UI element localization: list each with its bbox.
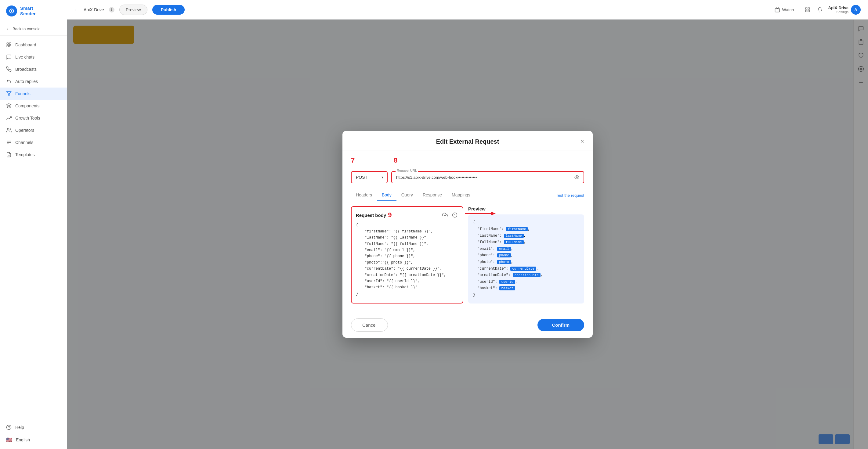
sidebar-item-funnels[interactable]: Funnels xyxy=(0,88,67,100)
svg-rect-14 xyxy=(808,8,809,9)
sidebar-bottom: Help 🇺🇸 English xyxy=(0,418,67,449)
method-select[interactable]: POST GET PUT DELETE xyxy=(351,171,388,183)
arrow-right-icon xyxy=(465,211,496,217)
svg-rect-15 xyxy=(805,10,807,11)
modal-footer: Cancel Confirm xyxy=(342,312,593,338)
sidebar-item-templates[interactable]: Templates xyxy=(0,149,67,161)
preview-section: Preview { "firstName": firstName, "lastN… xyxy=(468,206,584,303)
topbar-info-icon[interactable]: ℹ xyxy=(109,7,115,12)
step-8-label: 8 xyxy=(394,157,397,164)
app-name: Smart Sender xyxy=(20,5,36,17)
preview-button[interactable]: Preview xyxy=(119,5,147,15)
logo-icon xyxy=(6,5,17,17)
request-body-section: Request body 9 xyxy=(351,206,463,303)
tab-mappings[interactable]: Mappings xyxy=(447,189,475,201)
grid-icon[interactable] xyxy=(804,6,811,13)
svg-rect-2 xyxy=(7,43,8,44)
main-area: ← ApiX-Drive ℹ Preview Publish Watch Api… xyxy=(67,0,868,449)
content-area: Edit External Request × 7 8 xyxy=(67,20,868,449)
sidebar-item-language[interactable]: 🇺🇸 English xyxy=(0,434,67,446)
tab-query[interactable]: Query xyxy=(397,189,418,201)
svg-rect-12 xyxy=(775,8,780,12)
sidebar-item-live-chats[interactable]: Live chats xyxy=(0,51,67,63)
cancel-button[interactable]: Cancel xyxy=(351,318,388,331)
tabs-row: Headers Body Query Response Mappings Tes… xyxy=(351,189,584,201)
svg-rect-16 xyxy=(808,10,809,11)
svg-point-10 xyxy=(7,425,11,430)
step-7-label: 7 xyxy=(351,157,355,164)
watch-button[interactable]: Watch xyxy=(770,5,799,15)
url-field-wrap: Request URL xyxy=(391,171,584,183)
modal-header: Edit External Request × xyxy=(342,131,593,150)
sidebar: Smart Sender ← Back to console Dashboard… xyxy=(0,0,67,449)
svg-point-1 xyxy=(11,10,12,12)
back-arrow-icon: ← xyxy=(6,27,10,31)
request-body-title: Request body xyxy=(356,213,386,218)
publish-button[interactable]: Publish xyxy=(152,5,185,14)
back-icon: ← xyxy=(74,7,79,12)
modal-close-button[interactable]: × xyxy=(578,137,587,146)
sidebar-item-operators[interactable]: Operators xyxy=(0,124,67,136)
svg-point-21 xyxy=(576,177,578,178)
eye-icon[interactable] xyxy=(572,173,581,182)
preview-box: { "firstName": firstName, "lastName": la… xyxy=(468,215,584,303)
sidebar-item-auto-replies[interactable]: Auto replies xyxy=(0,75,67,88)
topbar-back[interactable]: ← xyxy=(74,7,79,12)
svg-marker-23 xyxy=(491,212,496,215)
sidebar-item-growth-tools[interactable]: Growth Tools xyxy=(0,112,67,124)
svg-marker-6 xyxy=(7,92,11,96)
body-preview-row: Request body 9 xyxy=(351,206,584,303)
url-input[interactable] xyxy=(392,172,572,183)
info-circle-icon[interactable] xyxy=(451,212,458,219)
upload-icon[interactable] xyxy=(441,212,448,219)
tab-response[interactable]: Response xyxy=(418,189,447,201)
sidebar-item-dashboard[interactable]: Dashboard xyxy=(0,39,67,51)
svg-rect-13 xyxy=(805,8,807,9)
svg-rect-5 xyxy=(9,45,11,47)
request-body-code: { "firstName": "{{ firstName }}", "lastN… xyxy=(356,222,458,297)
svg-point-7 xyxy=(7,128,9,130)
modal-title: Edit External Request xyxy=(436,138,499,145)
sidebar-item-broadcasts[interactable]: Broadcasts xyxy=(0,63,67,75)
test-request-button[interactable]: Test the request xyxy=(556,191,585,200)
notification-bell-icon[interactable] xyxy=(816,6,824,13)
section-header: Request body 9 xyxy=(356,211,458,219)
back-to-console[interactable]: ← Back to console xyxy=(0,22,67,36)
modal-overlay: Edit External Request × 7 8 xyxy=(67,20,868,449)
sidebar-item-channels[interactable]: Channels xyxy=(0,136,67,149)
sidebar-item-help[interactable]: Help xyxy=(0,421,67,434)
method-select-wrap: POST GET PUT DELETE xyxy=(351,171,388,183)
topbar: ← ApiX-Drive ℹ Preview Publish Watch Api… xyxy=(67,0,868,20)
edit-external-request-modal: Edit External Request × 7 8 xyxy=(342,131,593,338)
svg-rect-3 xyxy=(9,43,11,44)
url-field-label: Request URL xyxy=(396,169,418,172)
section-icons xyxy=(441,212,458,219)
tab-headers[interactable]: Headers xyxy=(351,189,377,201)
step-9-label: 9 xyxy=(388,211,392,219)
app-logo[interactable]: Smart Sender xyxy=(0,0,67,22)
sidebar-item-components[interactable]: Components xyxy=(0,100,67,112)
method-url-row: POST GET PUT DELETE Request URL xyxy=(351,171,584,183)
avatar: A xyxy=(851,5,861,14)
confirm-button[interactable]: Confirm xyxy=(537,319,585,331)
svg-rect-4 xyxy=(7,45,8,47)
modal-body: 7 8 POST GET PUT DELETE xyxy=(342,150,593,312)
nav-items: Dashboard Live chats Broadcasts Auto rep… xyxy=(0,36,67,418)
topbar-page-title: ApiX-Drive xyxy=(84,7,104,12)
tab-body[interactable]: Body xyxy=(377,189,397,201)
topbar-user[interactable]: ApiX-Drive Settings A xyxy=(828,5,861,14)
